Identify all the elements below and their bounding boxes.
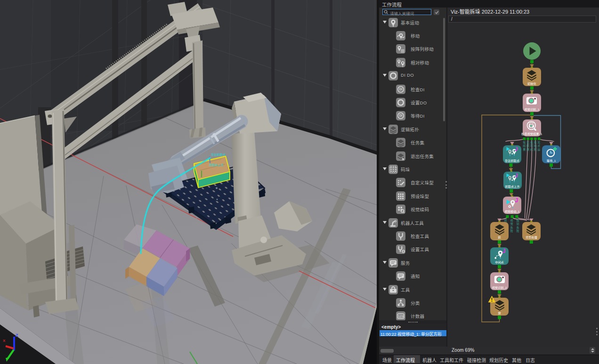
svg-text:未完成: 未完成: [530, 140, 533, 151]
svg-text:J: J: [502, 248, 505, 254]
svg-text:X: X: [3, 339, 6, 343]
svg-text:123: 123: [398, 315, 404, 318]
svg-text:规划失败: 规划失败: [516, 218, 519, 233]
svg-text:靠近抓取点: 靠近抓取点: [211, 152, 226, 157]
svg-text:J: J: [515, 146, 518, 152]
svg-text:有结果: 有结果: [523, 140, 526, 151]
svg-text:J: J: [515, 173, 518, 178]
svg-text:抓取点上方: 抓取点上方: [209, 163, 224, 167]
svg-text:来拍照: 来拍照: [534, 140, 537, 151]
svg-text:Z: Z: [16, 333, 18, 338]
svg-text:DI: DI: [399, 87, 402, 91]
svg-text:无结果: 无结果: [526, 140, 529, 151]
svg-text:无点运: 无点运: [537, 140, 540, 151]
svg-text:视觉失败: 视觉失败: [510, 218, 513, 233]
svg-text:DI: DI: [399, 114, 402, 117]
svg-text:J: J: [515, 198, 518, 204]
